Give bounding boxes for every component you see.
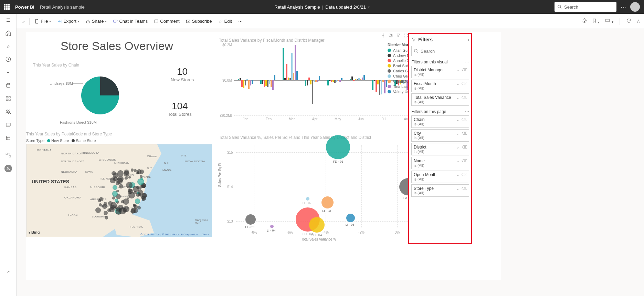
card-total-stores[interactable]: 104 Total Stores [168,101,192,117]
eraser-icon[interactable]: ⌫ [462,95,467,100]
card-value: 10 [171,66,194,77]
my-workspace-icon[interactable] [4,165,12,172]
favorite-icon[interactable]: ☆ [5,43,12,50]
svg-rect-17 [186,20,190,22]
refresh-icon[interactable] [626,18,632,24]
svg-rect-19 [390,35,392,37]
filter-card[interactable]: District is (All) ⌄⌫ [411,143,469,155]
eraser-icon[interactable]: ⌫ [462,145,467,150]
bookmark-icon[interactable]: ▾ [592,18,600,24]
more-icon[interactable]: ⋯ [621,4,626,10]
chat-teams-button[interactable]: Chat in Teams [110,17,150,25]
store-type-label: Store Type [26,139,44,143]
topbar: Power BI Retail Analysis sample Retail A… [0,0,644,14]
apps-icon[interactable] [5,95,12,102]
app-launcher-icon[interactable] [4,4,10,10]
svg-point-3 [6,83,10,85]
chevron-down-icon[interactable]: ⌄ [456,145,460,150]
filters-visual-section: Filters on this visual [411,60,447,64]
chevron-down-icon[interactable]: ⌄ [456,117,460,122]
eraser-icon[interactable]: ⌫ [462,68,467,72]
report-canvas: Store Sales Overview ⋯ This Year Sales b… [17,29,644,296]
bing-logo: ♭ Bing [29,230,40,235]
subscribe-button[interactable]: Subscribe [183,17,215,25]
card-new-stores[interactable]: 10 New Stores [171,66,194,82]
file-menu[interactable]: File▾ [32,17,54,25]
svg-point-21 [414,49,417,52]
more-toolbar-icon[interactable]: ⋯ [235,17,245,25]
scatter-x-title: Total Sales Variance % [301,237,336,241]
comment-button[interactable]: Comment [151,17,182,25]
map-visual[interactable]: This Year Sales by PostalCode and Store … [26,132,219,237]
chevron-down-icon[interactable]: ⌄ [456,131,460,136]
filter-funnel-icon [411,37,416,42]
command-bar: » File▾ Export▾ Share▾ Chat in Teams Com… [17,14,644,29]
create-icon[interactable]: + [5,69,12,76]
view-icon[interactable]: ▾ [604,18,613,24]
share-menu[interactable]: Share▾ [83,17,110,25]
title-center[interactable]: Retail Analysis Sample | Data updated 2/… [274,4,369,10]
eraser-icon[interactable]: ⌫ [462,117,467,122]
filter-card[interactable]: Chain is (All) ⌄⌫ [411,115,469,128]
report-title: Retail Analysis Sample [274,4,320,10]
svg-rect-5 [9,96,10,98]
export-menu[interactable]: Export▾ [54,17,82,25]
reset-icon[interactable] [582,18,587,24]
eraser-icon[interactable]: ⌫ [462,159,467,163]
chevron-down-icon[interactable]: ⌄ [456,68,460,72]
scatter-visual[interactable]: Total Sales Variance %, Sales Per Sq Ft … [219,135,419,242]
global-search-input[interactable]: Search [555,2,616,12]
svg-point-0 [558,5,561,8]
filters-search-input[interactable]: Search [411,46,469,56]
filter-card[interactable]: City is (All) ⌄⌫ [411,129,469,142]
expand-icon[interactable]: ↗ [5,268,12,275]
map-terms-link[interactable]: Terms [202,233,210,236]
recent-icon[interactable] [5,56,12,63]
filters-title: Filters [418,37,433,42]
learn-icon[interactable] [5,121,12,128]
filters-page-section: Filters on this page [411,109,446,114]
section-more-icon[interactable]: ⋯ [465,109,469,114]
filter-card[interactable]: Store Type is (All) ⌄⌫ [411,184,469,197]
eraser-icon[interactable]: ⌫ [462,172,467,177]
pie-visual[interactable]: This Year Sales by Chain Lindseys $6M Fa… [33,63,150,128]
svg-rect-11 [6,136,10,140]
chevron-down-icon[interactable]: ⌄ [456,81,460,86]
eraser-icon[interactable]: ⌫ [462,131,467,136]
workspaces-icon[interactable] [5,134,12,141]
home-icon[interactable] [5,30,12,37]
star-icon[interactable]: ☆ [636,19,641,24]
filter-card[interactable]: Open Month is (All) ⌄⌫ [411,171,469,183]
svg-rect-15 [114,20,116,22]
chevron-expand-icon[interactable]: » [19,17,27,25]
filter-card[interactable]: FiscalMonth is (All) ⌄⌫ [411,80,469,92]
svg-rect-6 [6,99,8,101]
card-value: 104 [168,101,192,112]
map[interactable]: UNITED STATES ♭ Bing © 2021 TomTom, © 20… [26,144,212,237]
filter-card[interactable]: District Manager is (All) ⌄⌫ [411,66,469,78]
datasets-icon[interactable] [5,82,12,89]
chevron-down-icon[interactable]: ⌄ [456,186,460,191]
pie-title: This Year Sales by Chain [33,63,150,68]
chevron-down-icon: ▾ [368,5,370,9]
svg-line-22 [417,52,418,53]
chevron-down-icon[interactable]: ⌄ [456,159,460,163]
filter-card[interactable]: Name is (All) ⌄⌫ [411,157,469,169]
chevron-right-icon[interactable]: › [467,37,469,42]
hamburger-icon[interactable]: ☰ [5,17,12,23]
shared-icon[interactable] [5,108,12,115]
scatter-title: Total Sales Variance %, Sales Per Sq Ft … [219,135,419,140]
filters-pane: Filters › Search Filters on this visual⋯… [408,33,472,244]
pie-label-fashions: Fashions Direct $16M [60,120,97,124]
pipelines-icon[interactable] [5,152,12,159]
chevron-down-icon[interactable]: ⌄ [456,95,460,100]
edit-button[interactable]: Edit [215,17,235,25]
user-avatar[interactable] [630,2,640,12]
chevron-down-icon[interactable]: ⌄ [456,172,460,177]
svg-point-16 [116,20,118,21]
filter-card[interactable]: Total Sales Variance is (All) ⌄⌫ [411,93,469,106]
section-more-icon[interactable]: ⋯ [465,60,469,64]
pie-chart [81,76,119,114]
eraser-icon[interactable]: ⌫ [462,81,467,86]
eraser-icon[interactable]: ⌫ [462,186,467,191]
